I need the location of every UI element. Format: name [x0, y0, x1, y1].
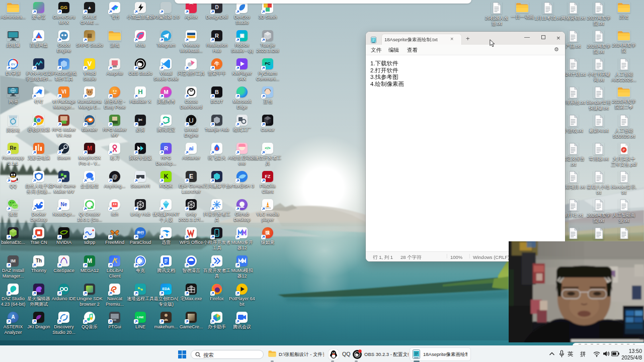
svg-text:P: P [623, 148, 625, 152]
svg-text:ev: ev [11, 62, 15, 66]
svg-text:U: U [189, 117, 193, 124]
